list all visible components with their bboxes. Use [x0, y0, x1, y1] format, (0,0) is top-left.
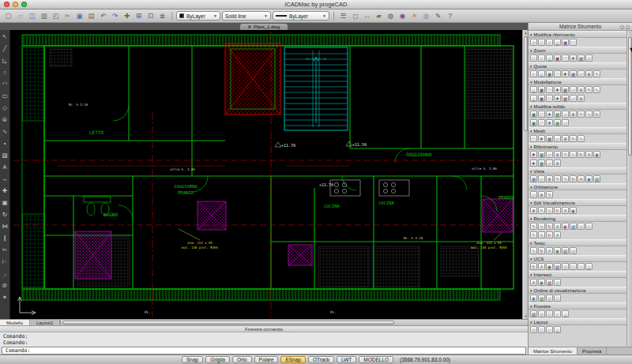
copy-clip-icon[interactable]: ▣ [74, 11, 85, 21]
tool-icon[interactable]: ▨ [562, 247, 569, 254]
tool-icon[interactable]: A [530, 279, 537, 286]
tool-icon[interactable]: ◇ [538, 310, 545, 317]
tool-icon[interactable]: ⊕ [585, 70, 592, 77]
tool-icon[interactable]: ◇ [570, 247, 577, 254]
scroll-up-icon[interactable]: ▲ [523, 31, 529, 35]
fillet-icon[interactable]: ◞ [1, 269, 9, 278]
tool-icon[interactable]: ▣ [538, 86, 545, 93]
palette-section-riferimento[interactable]: ▾Riferimento [529, 143, 626, 150]
palette-section-modifica-solido[interactable]: ▾Modifica solido [529, 103, 626, 110]
tool-icon[interactable]: △ [546, 54, 553, 62]
palette-section-finestre[interactable]: ▾Finestre [529, 302, 626, 310]
tool-icon[interactable]: ◠ [538, 111, 545, 118]
tool-icon[interactable]: □ [546, 310, 553, 317]
tool-icon[interactable]: ▱ [570, 95, 577, 102]
palette-section-mesh[interactable]: ▾Mesh [529, 127, 626, 134]
tool-icon[interactable]: ◠ [538, 119, 545, 126]
tool-icon[interactable]: □ [554, 295, 561, 302]
help-icon[interactable]: ? [445, 11, 455, 21]
area-icon[interactable]: ▰ [374, 11, 384, 21]
tool-icon[interactable]: ✎ [570, 135, 577, 142]
tool-icon[interactable]: △ [562, 310, 569, 317]
polyline-icon[interactable]: ◺ [1, 56, 9, 65]
tool-icon[interactable]: ↻ [546, 231, 553, 238]
rectangle-icon[interactable]: ▭ [1, 92, 9, 100]
lights-icon[interactable]: ✶ [409, 11, 419, 21]
tool-icon[interactable]: ◇ [562, 263, 569, 270]
tool-icon[interactable]: ∿ [530, 247, 537, 254]
tool-icon[interactable]: ▱ [562, 119, 569, 126]
tool-icon[interactable]: ◉ [585, 175, 592, 182]
explode-icon[interactable]: ✶ [1, 293, 9, 302]
paste-icon[interactable]: ▤ [86, 11, 96, 21]
tool-icon[interactable]: ✚ [570, 54, 577, 62]
palette-tab-matrice-strumento[interactable]: Matrice Strumento [529, 347, 577, 355]
tool-icon[interactable]: ✚ [546, 119, 553, 126]
cut-icon[interactable]: ✂ [62, 11, 73, 21]
tool-icon[interactable]: ✚ [538, 135, 545, 142]
tool-icon[interactable]: ↻ [546, 223, 553, 230]
tool-icon[interactable]: ▱ [570, 86, 577, 93]
tool-icon[interactable]: ▦ [562, 95, 569, 102]
command-input[interactable]: Comando: [2, 347, 526, 355]
lineweight-combo[interactable]: ByLayer ▼ [273, 11, 329, 21]
tool-icon[interactable]: ▦ [546, 135, 553, 142]
print-icon[interactable]: ▥ [39, 11, 49, 21]
tool-icon[interactable]: ▱ [538, 175, 545, 182]
tool-icon[interactable]: ▱ [585, 54, 592, 62]
tool-icon[interactable]: ✎ [585, 86, 592, 93]
new-file-icon[interactable]: ▢ [3, 11, 13, 21]
tool-icon[interactable]: ▨ [530, 310, 537, 317]
text-icon[interactable]: A [1, 163, 9, 171]
select-icon[interactable]: ↖ [1, 32, 9, 41]
palette-section-ucs[interactable]: ▾UCS [529, 255, 626, 262]
tool-icon[interactable]: ⊕ [554, 159, 561, 167]
tool-icon[interactable]: ▱ [546, 151, 553, 158]
distance-icon[interactable]: ↔ [362, 11, 372, 21]
tool-icon[interactable]: ∿ [562, 175, 569, 182]
tool-icon[interactable]: ✚ [554, 86, 561, 93]
tool-icon[interactable]: ▨ [570, 223, 577, 230]
tool-icon[interactable]: ◇ [530, 326, 537, 333]
model-tab-modello[interactable]: Modello [0, 320, 30, 325]
layer-manager-icon[interactable]: ≣ [157, 11, 167, 21]
tool-icon[interactable]: ✎ [530, 223, 537, 230]
tab-close-icon[interactable] [248, 25, 251, 28]
tool-icon[interactable]: ▣ [554, 54, 561, 62]
palette-section-layout[interactable]: ▾Layout [529, 318, 626, 325]
scrollbar-thumb[interactable] [524, 36, 528, 131]
tool-icon[interactable]: ⊕ [546, 175, 553, 182]
draw-order-icon[interactable]: ◻ [350, 11, 360, 21]
tool-icon[interactable]: ⊕ [538, 191, 545, 198]
tool-icon[interactable]: ◉ [562, 223, 569, 230]
camera-icon[interactable]: ◎ [421, 11, 431, 21]
render-icon[interactable]: ◍ [386, 11, 396, 21]
tool-icon[interactable]: A [585, 151, 592, 158]
tool-icon[interactable]: △ [538, 70, 545, 77]
tool-icon[interactable]: ↻ [593, 111, 600, 118]
tool-icon[interactable]: △ [530, 86, 537, 93]
status-toggle-polare[interactable]: Polare [254, 356, 279, 363]
tool-icon[interactable]: □ [530, 54, 537, 62]
status-toggle-snap[interactable]: Snap [182, 356, 203, 363]
panel-close-icon[interactable] [626, 25, 630, 29]
arc-icon[interactable]: ◠ [1, 80, 9, 88]
tool-icon[interactable]: ∿ [538, 231, 545, 238]
tool-icon[interactable]: ◉ [593, 151, 600, 158]
materials-icon[interactable]: ◉ [397, 11, 408, 21]
rotate-icon[interactable]: ↻ [1, 210, 9, 219]
circle-icon[interactable]: ○ [1, 68, 9, 77]
tool-icon[interactable]: ◉ [530, 295, 537, 302]
script-icon[interactable]: ✎ [433, 11, 443, 21]
tool-icon[interactable]: ∿ [593, 86, 600, 93]
scroll-down-icon[interactable]: ▼ [523, 314, 529, 318]
ellipse-icon[interactable]: ⊜ [1, 115, 9, 124]
palette-section-modellazione[interactable]: ▾Modellazione [529, 78, 626, 85]
tool-icon[interactable]: □ [538, 326, 545, 333]
plot-preview-icon[interactable]: ◰ [51, 11, 61, 21]
palette-section-testo[interactable]: ▾Testo [529, 239, 626, 246]
scroll-down-icon[interactable]: ▼ [627, 44, 632, 58]
tool-icon[interactable]: ∿ [585, 111, 592, 118]
tool-icon[interactable]: A [554, 223, 561, 230]
tool-icon[interactable]: ∿ [546, 207, 553, 214]
